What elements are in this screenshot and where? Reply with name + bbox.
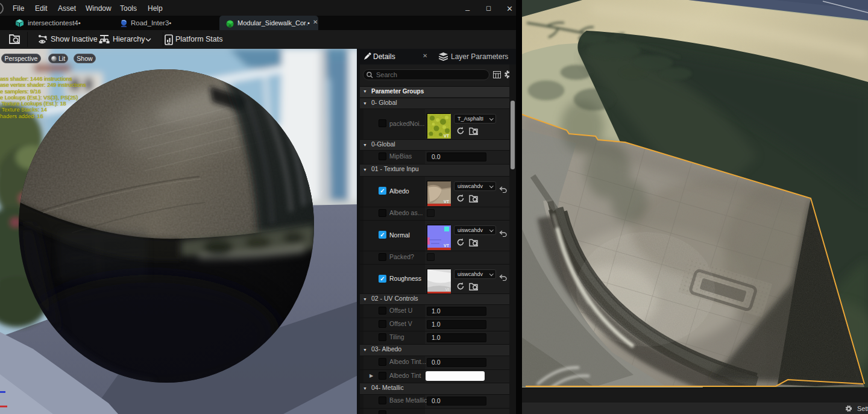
svg-text:VT: VT [444, 199, 450, 204]
svg-text:VT: VT [444, 243, 450, 248]
svg-text:VT: VT [444, 134, 450, 138]
svg-text:VI: VI [445, 287, 449, 292]
